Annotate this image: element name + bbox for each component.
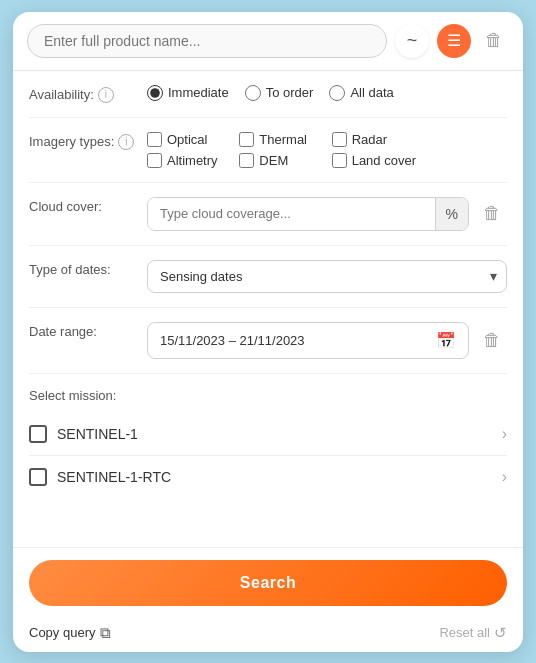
availability-to-order[interactable]: To order (245, 85, 314, 101)
sentinel1rtc-checkbox[interactable] (29, 468, 47, 486)
date-range-input-wrap[interactable]: 15/11/2023 – 21/11/2023 📅 (147, 322, 469, 359)
date-range-section: Date range: 15/11/2023 – 21/11/2023 📅 🗑 (29, 308, 507, 374)
trash-cloud-icon: 🗑 (483, 203, 501, 224)
copy-query-label: Copy query (29, 625, 95, 640)
copy-query-button[interactable]: Copy query ⧉ (29, 624, 111, 642)
footer: Search (13, 547, 523, 616)
cloud-cover-input[interactable] (148, 198, 435, 229)
bottom-bar: Copy query ⧉ Reset all ↺ (13, 616, 523, 652)
availability-info-icon[interactable]: i (98, 87, 114, 103)
reset-label: Reset all (439, 625, 490, 640)
filter-content: Availability: i Immediate To order All d… (13, 71, 523, 547)
copy-icon: ⧉ (100, 624, 111, 642)
tilde-icon: ~ (407, 30, 418, 51)
imagery-types-info-icon[interactable]: i (118, 134, 134, 150)
mission-label: Select mission: (29, 388, 507, 403)
availability-row: Availability: i Immediate To order All d… (29, 85, 507, 103)
imagery-types-section: Imagery types: i Optical Thermal Radar (29, 118, 507, 183)
imagery-types-label: Imagery types: i (29, 132, 139, 150)
availability-immediate[interactable]: Immediate (147, 85, 229, 101)
dates-select[interactable]: Sensing datesPublication dates (147, 260, 507, 293)
type-of-dates-row: Type of dates: Sensing datesPublication … (29, 260, 507, 293)
availability-all-data[interactable]: All data (329, 85, 393, 101)
trash-date-icon: 🗑 (483, 330, 501, 351)
type-of-dates-section: Type of dates: Sensing datesPublication … (29, 246, 507, 308)
sentinel1rtc-name: SENTINEL-1-RTC (57, 469, 492, 485)
product-search-input[interactable] (27, 24, 387, 58)
sentinel1-arrow-icon: › (502, 425, 507, 443)
imagery-dem[interactable]: DEM (239, 153, 323, 168)
imagery-radar[interactable]: Radar (332, 132, 416, 147)
date-range-value: 15/11/2023 – 21/11/2023 (160, 333, 305, 348)
date-range-input-row: 15/11/2023 – 21/11/2023 📅 🗑 (147, 322, 507, 359)
availability-radio-group: Immediate To order All data (147, 85, 394, 101)
tilde-button[interactable]: ~ (395, 24, 429, 58)
imagery-land-cover[interactable]: Land cover (332, 153, 416, 168)
type-of-dates-label: Type of dates: (29, 260, 139, 277)
availability-label: Availability: i (29, 85, 139, 103)
reset-icon: ↺ (494, 624, 507, 642)
date-range-row: Date range: 15/11/2023 – 21/11/2023 📅 🗑 (29, 322, 507, 359)
reset-all-button[interactable]: Reset all ↺ (439, 624, 507, 642)
trash-icon: 🗑 (485, 30, 503, 51)
delete-date-button[interactable]: 🗑 (477, 325, 507, 355)
percent-button[interactable]: % (435, 198, 468, 230)
mission-sentinel1-rtc[interactable]: SENTINEL-1-RTC › (29, 456, 507, 498)
dates-select-wrap: Sensing datesPublication dates ▾ (147, 260, 507, 293)
cloud-cover-label: Cloud cover: (29, 197, 139, 214)
mission-sentinel1[interactable]: SENTINEL-1 › (29, 413, 507, 456)
imagery-thermal[interactable]: Thermal (239, 132, 323, 147)
date-range-label: Date range: (29, 322, 139, 339)
cloud-cover-input-wrap: % (147, 197, 469, 231)
imagery-altimetry[interactable]: Altimetry (147, 153, 231, 168)
main-panel: ~ ☰ 🗑 Availability: i Immediate (13, 12, 523, 652)
imagery-types-row: Imagery types: i Optical Thermal Radar (29, 132, 507, 168)
cloud-cover-input-row: % 🗑 (147, 197, 507, 231)
availability-section: Availability: i Immediate To order All d… (29, 71, 507, 118)
search-button[interactable]: Search (29, 560, 507, 606)
cloud-cover-row: Cloud cover: % 🗑 (29, 197, 507, 231)
hamburger-icon: ☰ (447, 31, 461, 50)
imagery-types-grid: Optical Thermal Radar Altimetry (147, 132, 416, 168)
dates-dropdown-row: Sensing datesPublication dates ▾ (147, 260, 507, 293)
sentinel1-checkbox[interactable] (29, 425, 47, 443)
percent-icon: % (446, 206, 458, 222)
cloud-cover-section: Cloud cover: % 🗑 (29, 183, 507, 246)
sentinel1-name: SENTINEL-1 (57, 426, 492, 442)
imagery-optical[interactable]: Optical (147, 132, 231, 147)
delete-search-button[interactable]: 🗑 (479, 26, 509, 56)
sentinel1rtc-arrow-icon: › (502, 468, 507, 486)
delete-cloud-button[interactable]: 🗑 (477, 199, 507, 229)
calendar-icon: 📅 (436, 331, 456, 350)
mission-section: Select mission: SENTINEL-1 › SENTINEL-1-… (29, 374, 507, 512)
menu-button[interactable]: ☰ (437, 24, 471, 58)
search-bar: ~ ☰ 🗑 (13, 12, 523, 71)
